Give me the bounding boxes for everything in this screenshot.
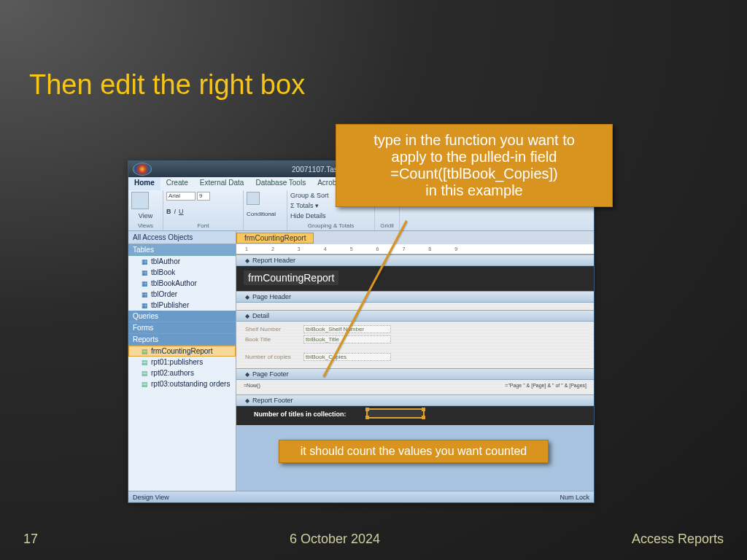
tab-external-data[interactable]: External Data [194, 177, 250, 190]
object-tab[interactable]: frmCountingReport [236, 233, 314, 244]
ruler: 1 2 3 4 5 6 7 8 9 [236, 244, 594, 254]
status-right: Num Lock [560, 494, 589, 501]
section-page-header[interactable]: Page Header [236, 291, 594, 303]
nav-item-rpt03[interactable]: rpt03:outstanding orders [128, 378, 236, 389]
font-group-label: Font [166, 222, 240, 229]
slide-topic: Access Reports [632, 532, 724, 547]
italic-button[interactable]: I [174, 208, 177, 215]
callout-top: type in the function you want to apply t… [336, 124, 613, 207]
font-size-input[interactable]: 9 [197, 192, 210, 201]
office-button-icon[interactable] [133, 163, 152, 176]
label-copies[interactable]: Number of copies [245, 354, 291, 360]
navigation-pane: All Access Objects Tables tblAuthor tblB… [128, 231, 236, 491]
object-tab-strip: frmCountingReport [236, 231, 594, 244]
nav-item-rpt02[interactable]: rpt02:authors [128, 368, 236, 378]
tab-home[interactable]: Home [128, 177, 160, 190]
field-copies[interactable]: tblBook_Copies [303, 353, 391, 361]
nav-section-tables[interactable]: Tables [128, 244, 236, 256]
gridlines-label: Gridli [378, 222, 396, 229]
section-detail[interactable]: Detail [236, 310, 594, 322]
tab-database-tools[interactable]: Database Tools [249, 177, 311, 190]
underline-button[interactable]: U [179, 208, 184, 215]
report-title-control[interactable]: frmCountingReport [244, 271, 338, 285]
view-label: View [131, 212, 160, 219]
conditional-label: Conditional [247, 211, 284, 217]
nav-item-tblbook[interactable]: tblBook [128, 267, 236, 278]
nav-item-tblauthor[interactable]: tblAuthor [128, 256, 236, 267]
font-name-input[interactable]: Arial [166, 192, 196, 201]
slide-footer: 17 6 October 2024 Access Reports [0, 532, 747, 547]
nav-item-tblpublisher[interactable]: tblPublisher [128, 300, 236, 311]
label-title[interactable]: Book Title [245, 336, 271, 343]
views-group-label: Views [131, 222, 160, 229]
tab-create[interactable]: Create [160, 177, 194, 190]
nav-section-reports[interactable]: Reports [128, 334, 236, 346]
status-bar: Design View Num Lock [128, 491, 594, 502]
nav-section-forms[interactable]: Forms [128, 322, 236, 334]
slide-title: Then edit the right box [29, 69, 305, 101]
count-textbox[interactable] [366, 408, 425, 419]
nav-item-rpt01[interactable]: rpt01:publishers [128, 357, 236, 368]
report-footer-label[interactable]: Number of titles in collection: [254, 411, 347, 418]
pages-expression[interactable]: ="Page " & [Page] & " of " & [Pages] [505, 383, 587, 388]
nav-item-tblbookauthor[interactable]: tblBookAuthor [128, 278, 236, 289]
nav-item-tblorder[interactable]: tblOrder [128, 289, 236, 300]
callout-bottom: it should count the values you want coun… [279, 440, 549, 463]
nav-section-queries[interactable]: Queries [128, 311, 236, 322]
group-sort-button[interactable]: Group & Sort [290, 192, 329, 199]
status-left: Design View [133, 494, 169, 501]
grouping-group-label: Grouping & Totals [290, 222, 371, 229]
slide-number: 17 [23, 532, 38, 547]
view-icon[interactable] [131, 192, 149, 209]
label-shelf[interactable]: Shelf Number [245, 326, 281, 332]
hide-details-button[interactable]: Hide Details [290, 212, 326, 219]
totals-button[interactable]: Σ Totals ▾ [290, 202, 319, 209]
field-title[interactable]: tblBook_Title [303, 335, 391, 343]
slide-date: 6 October 2024 [290, 532, 380, 547]
conditional-icon[interactable] [247, 192, 260, 205]
section-report-footer[interactable]: Report Footer [236, 394, 594, 406]
now-expression[interactable]: =Now() [244, 383, 260, 388]
bold-button[interactable]: B [166, 208, 171, 215]
nav-item-frmcountingreport[interactable]: frmCountingReport [128, 346, 236, 357]
section-report-header[interactable]: Report Header [236, 254, 594, 266]
section-page-footer[interactable]: Page Footer [236, 368, 594, 380]
nav-header[interactable]: All Access Objects [128, 231, 236, 244]
